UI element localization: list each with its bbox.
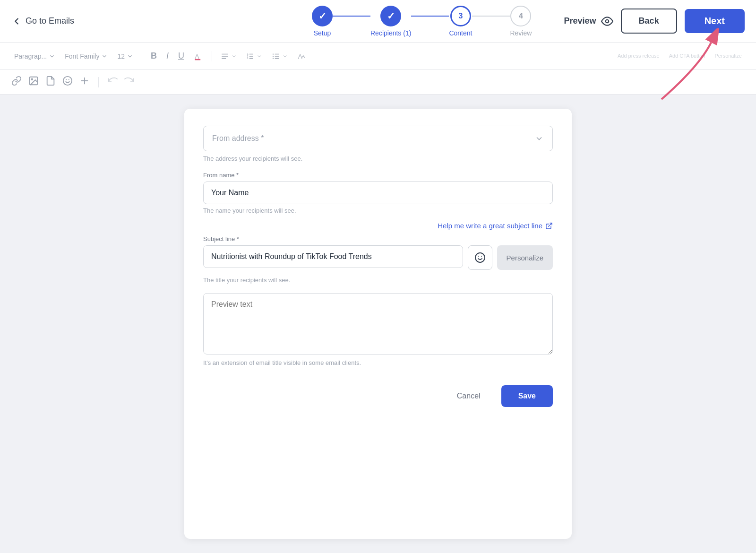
svg-text:A: A: [302, 54, 305, 59]
bold-button[interactable]: B: [148, 49, 160, 63]
chevron-down-icon: [49, 53, 55, 60]
emoji-icon: [62, 76, 73, 86]
link-button[interactable]: [11, 76, 22, 88]
toolbar-right-actions: Add press release Add CTA button Persona…: [615, 52, 745, 60]
from-name-input[interactable]: [203, 181, 553, 204]
from-name-group: From name * The name your recipients wil…: [203, 172, 553, 214]
help-link-container: Help me write a great subject line: [203, 222, 553, 230]
go-to-emails-label: Go to Emails: [26, 16, 74, 26]
svg-text:3.: 3.: [247, 57, 249, 60]
step-3-circle: 3: [450, 6, 471, 26]
preview-text-group: It's an extension of email title visible…: [203, 293, 553, 366]
from-address-label: From address *: [212, 134, 264, 143]
chevron-down-icon-3: [127, 53, 133, 60]
undo-icon: [107, 76, 118, 86]
font-size-dropdown[interactable]: 12: [114, 51, 136, 62]
from-name-hint: The name your recipients will see.: [203, 207, 553, 214]
step-recipients[interactable]: ✓ Recipients (1): [370, 6, 411, 37]
go-to-emails-link[interactable]: Go to Emails: [11, 16, 74, 26]
main-content: From address * The address your recipien…: [0, 95, 756, 553]
toolbar-row2: [0, 70, 756, 95]
preview-label: Preview: [564, 16, 596, 26]
back-button[interactable]: Back: [621, 9, 677, 34]
emoji-toolbar-button[interactable]: [62, 76, 73, 88]
eye-icon: [601, 15, 613, 27]
redo-icon: [124, 76, 135, 86]
chevron-down-icon-5: [257, 53, 262, 59]
step-setup[interactable]: ✓ Setup: [312, 6, 333, 37]
toolbar-sep-1: [142, 51, 142, 61]
svg-point-0: [605, 19, 609, 23]
arrow-left-icon: [11, 16, 22, 26]
svg-point-18: [273, 58, 274, 59]
unordered-list-icon: [272, 52, 280, 60]
svg-line-28: [549, 223, 552, 226]
svg-point-16: [273, 53, 274, 54]
redo-button[interactable]: [124, 76, 135, 88]
step-line-2: [411, 16, 449, 17]
document-icon: [45, 76, 56, 86]
step-1-circle: ✓: [312, 6, 333, 26]
align-dropdown[interactable]: [218, 50, 240, 62]
chevron-down-icon-6: [282, 53, 288, 59]
font-family-dropdown[interactable]: Font Family: [62, 51, 111, 62]
emoji-button-icon: [474, 252, 486, 263]
stepper: ✓ Setup ✓ Recipients (1) 3 Content 4 Rev…: [312, 6, 532, 37]
svg-text:A: A: [195, 53, 199, 60]
personalize-toolbar-button[interactable]: Personalize: [712, 52, 745, 60]
toolbar-row1: Paragrap... Font Family 12 B I U A 1.2.3…: [0, 43, 756, 70]
subject-emoji-button[interactable]: [468, 245, 492, 270]
align-icon: [221, 52, 229, 60]
next-button[interactable]: Next: [685, 9, 745, 33]
add-cta-button-button[interactable]: Add CTA button: [666, 52, 708, 60]
ordered-list-icon: 1.2.3.: [246, 52, 255, 60]
personalize-subject-button[interactable]: Personalize: [497, 245, 553, 270]
toolbar2-sep: [98, 77, 99, 87]
unordered-list-dropdown[interactable]: [269, 50, 291, 62]
subject-input-wrapper: [203, 245, 463, 270]
help-subject-line-link[interactable]: Help me write a great subject line: [438, 222, 553, 230]
preview-text-input[interactable]: [203, 293, 553, 354]
ordered-list-dropdown[interactable]: 1.2.3.: [243, 50, 265, 62]
preview-text-hint: It's an extension of email title visible…: [203, 359, 553, 366]
from-address-hint: The address your recipients will see.: [203, 155, 553, 162]
card-footer: Cancel Save: [203, 385, 553, 407]
chevron-down-icon-2: [101, 53, 108, 60]
image-icon: [28, 76, 39, 86]
plus-icon: [79, 76, 90, 86]
step-2-circle: ✓: [380, 6, 401, 26]
step-4-circle: 4: [510, 6, 531, 26]
step-3-label: Content: [449, 29, 472, 37]
step-review[interactable]: 4 Review: [510, 6, 532, 37]
undo-button[interactable]: [107, 76, 118, 88]
italic-button[interactable]: I: [163, 49, 172, 63]
step-2-label: Recipients (1): [370, 29, 411, 37]
subject-line-label: Subject line *: [203, 235, 553, 242]
save-button[interactable]: Save: [501, 385, 553, 407]
step-1-label: Setup: [314, 29, 331, 37]
text-color-button[interactable]: A: [191, 50, 206, 63]
cancel-button[interactable]: Cancel: [444, 385, 494, 407]
image-button[interactable]: [28, 76, 39, 88]
svg-point-29: [475, 253, 485, 262]
paragraph-dropdown[interactable]: Paragrap...: [11, 51, 58, 62]
svg-point-17: [273, 55, 274, 56]
add-press-release-button[interactable]: Add press release: [615, 52, 662, 60]
chevron-down-icon-4: [231, 53, 237, 59]
from-address-dropdown[interactable]: From address *: [203, 126, 553, 151]
step-line-1: [333, 16, 370, 17]
subject-line-input[interactable]: [203, 245, 463, 268]
typography-icon: AA: [297, 52, 307, 61]
svg-point-23: [63, 77, 72, 85]
preview-button[interactable]: Preview: [564, 15, 613, 27]
dropdown-chevron-icon: [534, 134, 544, 143]
underline-button[interactable]: U: [175, 49, 187, 63]
typography-button[interactable]: AA: [294, 50, 309, 63]
text-color-icon: A: [194, 52, 203, 61]
step-line-3: [472, 16, 510, 17]
step-content[interactable]: 3 Content: [449, 6, 472, 37]
document-button[interactable]: [45, 76, 56, 88]
from-name-label: From name *: [203, 172, 553, 179]
add-more-button[interactable]: [79, 76, 90, 88]
svg-point-22: [31, 78, 33, 80]
